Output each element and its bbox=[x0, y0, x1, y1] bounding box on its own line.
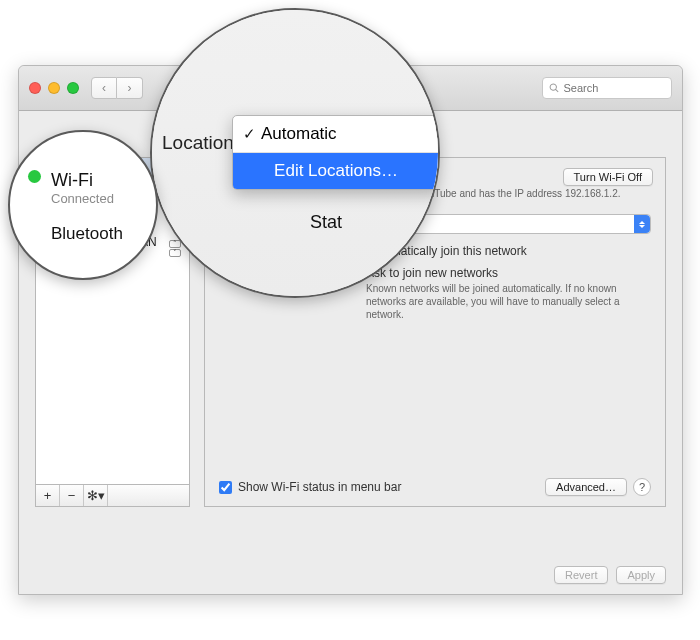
ask-join-help: Known networks will be joined automatica… bbox=[366, 282, 651, 321]
location-dropdown[interactable]: ✓ Automatic Edit Locations… bbox=[232, 115, 440, 190]
ask-join-label: Ask to join new networks bbox=[366, 266, 651, 280]
search-input[interactable] bbox=[564, 82, 666, 94]
minimize-icon[interactable] bbox=[48, 82, 60, 94]
back-button[interactable]: ‹ bbox=[91, 77, 117, 99]
apply-button[interactable]: Apply bbox=[616, 566, 666, 584]
nav-buttons: ‹ › bbox=[91, 77, 143, 99]
search-field[interactable] bbox=[542, 77, 672, 99]
add-interface-button[interactable]: + bbox=[36, 485, 60, 506]
help-button[interactable]: ? bbox=[633, 478, 651, 496]
close-icon[interactable] bbox=[29, 82, 41, 94]
option-label: Automatic bbox=[261, 124, 337, 144]
option-label: Edit Locations… bbox=[274, 161, 398, 181]
turn-wifi-off-button[interactable]: Turn Wi-Fi Off bbox=[563, 168, 653, 186]
chevron-updown-icon bbox=[634, 215, 650, 233]
forward-button[interactable]: › bbox=[117, 77, 143, 99]
wifi-name: Wi-Fi bbox=[51, 170, 114, 191]
checkmark-icon: ✓ bbox=[243, 125, 261, 143]
location-option-automatic[interactable]: ✓ Automatic bbox=[233, 116, 440, 152]
window-controls bbox=[29, 82, 79, 94]
location-option-edit[interactable]: Edit Locations… bbox=[233, 153, 440, 189]
magnifier-wifi-item: Wi-Fi Connected Bluetooth bbox=[8, 130, 158, 280]
search-icon bbox=[549, 82, 560, 94]
reorder-icon[interactable]: ˄˅ bbox=[169, 240, 181, 257]
show-menubar-checkbox[interactable] bbox=[219, 481, 232, 494]
show-menubar-label: Show Wi-Fi status in menu bar bbox=[238, 480, 401, 494]
status-fragment: Stat bbox=[310, 212, 342, 233]
wifi-status: Connected bbox=[51, 191, 114, 206]
zoom-icon[interactable] bbox=[67, 82, 79, 94]
sidebar-tools: + − ✻▾ bbox=[36, 484, 189, 506]
remove-interface-button[interactable]: − bbox=[60, 485, 84, 506]
bt-name: Bluetooth bbox=[51, 224, 123, 244]
location-label: Location: bbox=[162, 132, 239, 154]
gear-menu-button[interactable]: ✻▾ bbox=[84, 485, 108, 506]
footer-buttons: Revert Apply bbox=[554, 566, 666, 584]
advanced-button[interactable]: Advanced… bbox=[545, 478, 627, 496]
revert-button[interactable]: Revert bbox=[554, 566, 608, 584]
magnifier-location: Location: ✓ Automatic Edit Locations… St… bbox=[150, 8, 440, 298]
status-dot-icon bbox=[28, 170, 41, 183]
